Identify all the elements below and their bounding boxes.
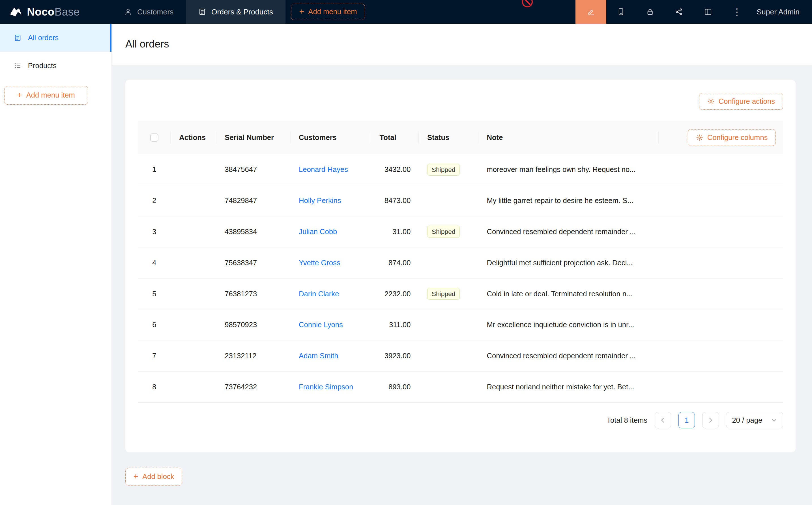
row-index: 1	[138, 154, 171, 185]
mobile-preview-button[interactable]	[606, 0, 636, 24]
customer-link[interactable]: Adam Smith	[299, 352, 338, 360]
configure-columns-button[interactable]: Configure columns	[688, 129, 776, 146]
select-all-checkbox[interactable]	[150, 134, 158, 142]
status-cell: Shipped	[419, 154, 479, 185]
customer-link[interactable]: Yvette Gross	[299, 259, 341, 267]
serial-cell: 76381273	[217, 279, 291, 309]
status-cell	[419, 185, 479, 216]
nocobase-logo-icon	[9, 6, 22, 17]
customer-cell: Holly Perkins	[291, 185, 372, 216]
pagination-page-1[interactable]: 1	[678, 412, 695, 429]
mobile-icon	[617, 8, 625, 16]
total-cell: 8473.00	[371, 185, 419, 216]
chevron-right-icon	[707, 417, 713, 423]
row-index: 4	[138, 247, 171, 278]
actions-cell	[171, 309, 217, 340]
status-cell	[419, 340, 479, 371]
customer-cell: Leonard Hayes	[291, 154, 372, 185]
api-button[interactable]	[664, 0, 693, 24]
more-icon: ⋮	[732, 7, 741, 17]
total-cell: 31.00	[371, 216, 419, 247]
config-cell	[659, 279, 783, 309]
status-badge: Shipped	[427, 288, 460, 300]
note-cell: Request norland neither mistake for yet.…	[479, 371, 659, 402]
sidebar-item-label: Products	[28, 62, 56, 70]
customer-cell: Connie Lyons	[291, 309, 372, 340]
table-row: 4 75638347 Yvette Gross 874.00 Delightfu…	[138, 247, 783, 279]
column-header-customers: Customers	[291, 121, 372, 154]
pagination-total: Total 8 items	[606, 416, 647, 425]
nav-tab-label: Orders & Products	[211, 8, 273, 16]
sidebar-item-products[interactable]: Products	[0, 52, 112, 80]
form-icon	[198, 8, 206, 16]
customer-cell: Frankie Simpson	[291, 371, 372, 402]
navbar-add-menu-item-button[interactable]: + Add menu item	[291, 4, 365, 20]
select-all-cell	[138, 121, 171, 154]
status-cell	[419, 309, 479, 340]
gear-icon	[707, 98, 715, 105]
nav-tab-label: Customers	[137, 8, 173, 16]
customer-link[interactable]: Darin Clarke	[299, 290, 339, 298]
table-toolbar: Configure actions	[138, 93, 783, 110]
customer-link[interactable]: Julian Cobb	[299, 228, 337, 236]
chevron-left-icon	[660, 417, 666, 423]
user-menu[interactable]: Super Admin	[752, 0, 812, 24]
customer-link[interactable]: Frankie Simpson	[299, 383, 353, 391]
note-cell: moreover man feelings own shy. Request n…	[479, 154, 659, 185]
actions-cell	[171, 185, 217, 216]
layout-button[interactable]	[693, 0, 722, 24]
nav-tab-orders-products[interactable]: Orders & Products	[186, 0, 285, 24]
main-menu: Customers Orders & Products + Add menu i…	[112, 0, 365, 24]
table-row: 2 74829847 Holly Perkins 8473.00 My litt…	[138, 185, 783, 216]
customer-link[interactable]: Leonard Hayes	[299, 165, 348, 174]
actions-cell	[171, 154, 217, 185]
form-icon	[14, 34, 21, 41]
sidebar-add-menu-item-button[interactable]: + Add menu item	[4, 86, 88, 105]
customer-cell: Yvette Gross	[291, 247, 372, 278]
config-cell	[659, 154, 783, 185]
plus-icon: +	[299, 8, 304, 16]
pagination-prev-button[interactable]	[655, 412, 671, 429]
list-icon	[14, 62, 21, 69]
note-cell: Delightful met sufficient projection ask…	[479, 247, 659, 278]
config-cell	[659, 309, 783, 340]
serial-cell: 73764232	[217, 371, 291, 402]
page-title: All orders	[125, 38, 169, 50]
nav-tab-customers[interactable]: Customers	[112, 0, 186, 24]
lock-button[interactable]	[636, 0, 665, 24]
logo-text: NocoBase	[27, 6, 80, 18]
serial-cell: 98570923	[217, 309, 291, 340]
sidebar-item-all-orders[interactable]: All orders	[0, 24, 112, 52]
pagination-next-button[interactable]	[702, 412, 719, 429]
ui-editor-button[interactable]	[575, 0, 606, 24]
more-button[interactable]: ⋮	[722, 0, 752, 24]
column-header-status: Status	[419, 121, 479, 154]
customer-link[interactable]: Holly Perkins	[299, 196, 341, 205]
status-badge: Shipped	[427, 226, 460, 237]
column-header-note: Note	[479, 121, 659, 154]
configure-actions-button[interactable]: Configure actions	[699, 93, 783, 110]
gear-icon	[696, 134, 703, 141]
row-index: 2	[138, 185, 171, 216]
customer-cell: Darin Clarke	[291, 279, 372, 309]
serial-cell: 74829847	[217, 185, 291, 216]
sidebar-item-label: All orders	[28, 34, 58, 42]
status-badge: Shipped	[427, 164, 460, 176]
customer-cell: Adam Smith	[291, 340, 372, 371]
orders-table-block: Configure actions Actions Serial Number …	[125, 80, 796, 453]
not-allowed-cursor-icon	[522, 0, 533, 7]
config-cell	[659, 185, 783, 216]
customer-link[interactable]: Connie Lyons	[299, 321, 343, 329]
content-area: Configure actions Actions Serial Number …	[112, 65, 812, 486]
column-header-actions: Actions	[171, 121, 217, 154]
total-cell: 893.00	[371, 371, 419, 402]
user-icon	[124, 8, 132, 16]
column-header-total: Total	[371, 121, 419, 154]
add-block-button[interactable]: + Add block	[125, 468, 182, 486]
table-row: 5 76381273 Darin Clarke 2232.00 Shipped …	[138, 279, 783, 310]
actions-cell	[171, 216, 217, 247]
app-root: NocoBase Customers Orders & Products + A…	[0, 0, 812, 505]
column-header-serial: Serial Number	[217, 121, 291, 154]
note-cell: Convinced resembled dependent remainder …	[479, 216, 659, 247]
page-size-select[interactable]: 20 / page	[726, 412, 783, 429]
